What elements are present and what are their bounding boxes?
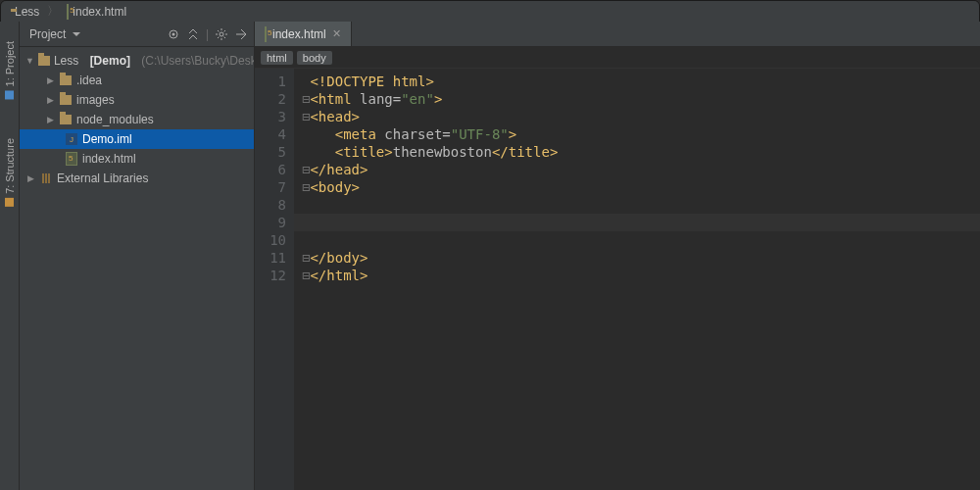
tree-item-label: node_modules xyxy=(76,113,154,126)
svg-point-1 xyxy=(172,32,174,35)
code-line[interactable] xyxy=(302,231,980,249)
collapse-all-icon[interactable] xyxy=(186,27,200,41)
chevron-down-icon[interactable] xyxy=(70,27,83,41)
close-icon[interactable]: ✕ xyxy=(332,27,341,40)
line-number: 6 xyxy=(255,161,286,178)
line-number: 11 xyxy=(255,249,286,267)
svg-point-2 xyxy=(220,32,223,36)
editor-area: index.html ✕ html body 123456789101112 <… xyxy=(255,22,980,490)
structure-tool-icon xyxy=(5,198,14,207)
crumb-body[interactable]: body xyxy=(297,51,332,65)
libraries-icon xyxy=(39,172,53,184)
code-line[interactable]: ⊟</html> xyxy=(302,267,980,284)
tree-external-libraries[interactable]: ▶ External Libraries xyxy=(20,169,254,188)
line-number: 10 xyxy=(255,231,286,249)
tree-item-idea[interactable]: ▶ .idea xyxy=(20,71,254,90)
line-number: 7 xyxy=(255,178,286,196)
expand-arrow-icon[interactable]: ▶ xyxy=(45,115,55,124)
tree-item-label: Demo.iml xyxy=(82,132,132,146)
tree-item-label: images xyxy=(76,93,115,107)
folder-icon xyxy=(59,114,73,125)
tree-root-path: (C:\Users\Bucky\Desktop\Less) xyxy=(141,54,254,68)
project-panel-header: Project | xyxy=(20,22,254,47)
tree-item-images[interactable]: ▶ images xyxy=(20,90,254,110)
tree-item-label: index.html xyxy=(82,152,136,166)
code-lines[interactable]: <!DOCTYPE html>⊟<html lang="en">⊟<head> … xyxy=(294,69,980,490)
html-file-icon xyxy=(67,5,69,19)
project-folder-icon xyxy=(38,55,50,67)
code-line[interactable] xyxy=(302,196,980,214)
tree-root[interactable]: ▼ Less [Demo] (C:\Users\Bucky\Desktop\Le… xyxy=(20,51,254,71)
html-breadcrumbs: html body xyxy=(255,47,980,69)
line-number: 5 xyxy=(255,143,286,161)
html-file-icon xyxy=(265,27,267,41)
code-editor[interactable]: 123456789101112 <!DOCTYPE html>⊟<html la… xyxy=(255,69,980,490)
crumb-html[interactable]: html xyxy=(261,51,293,65)
code-line[interactable]: ⊟</body> xyxy=(302,249,980,267)
project-tool-icon xyxy=(5,90,14,99)
line-number: 9 xyxy=(255,214,286,231)
tab-label: index.html xyxy=(272,27,326,41)
html-file-icon xyxy=(65,153,78,165)
locate-icon[interactable] xyxy=(167,27,180,41)
line-number: 4 xyxy=(255,125,286,143)
tree-item-index-html[interactable]: index.html xyxy=(20,149,254,169)
tree-item-demo-iml[interactable]: J Demo.iml xyxy=(20,129,254,149)
folder-icon xyxy=(59,94,73,106)
tree-item-label: External Libraries xyxy=(57,172,148,185)
breadcrumb-project-label: Less xyxy=(15,5,39,19)
tab-index-html[interactable]: index.html ✕ xyxy=(255,22,352,46)
project-tree[interactable]: ▼ Less [Demo] (C:\Users\Bucky\Desktop\Le… xyxy=(20,47,254,192)
iml-file-icon: J xyxy=(65,133,78,145)
navigation-breadcrumb: Less 〉 index.html xyxy=(1,1,979,23)
tree-root-label: Less xyxy=(54,54,78,68)
expand-arrow-icon[interactable]: ▶ xyxy=(45,75,55,85)
breadcrumb-file[interactable]: index.html xyxy=(61,5,132,19)
line-number: 8 xyxy=(255,196,286,214)
expand-arrow-icon[interactable]: ▶ xyxy=(45,95,55,105)
line-number: 1 xyxy=(255,73,286,90)
breadcrumb-file-label: index.html xyxy=(73,5,126,19)
caret-line-highlight xyxy=(294,214,980,231)
code-line[interactable]: ⊟<head> xyxy=(302,108,980,125)
line-number: 2 xyxy=(255,90,286,108)
expand-arrow-icon[interactable]: ▶ xyxy=(25,173,35,183)
hide-icon[interactable] xyxy=(234,27,248,41)
code-line[interactable]: <!DOCTYPE html> xyxy=(302,73,980,90)
code-line[interactable]: <meta charset="UTF-8"> xyxy=(302,125,980,143)
line-number-gutter: 123456789101112 xyxy=(255,69,294,490)
code-line[interactable]: ⊟<body> xyxy=(302,178,980,196)
breadcrumb-project[interactable]: Less xyxy=(5,5,45,19)
tool-window-stripe: 1: Project 7: Structure xyxy=(0,22,20,490)
code-line[interactable]: ⊟<html lang="en"> xyxy=(302,90,980,108)
structure-tool-button[interactable]: 7: Structure xyxy=(4,138,16,207)
tree-root-badge: [Demo] xyxy=(90,54,130,68)
project-tool-button[interactable]: 1: Project xyxy=(4,41,16,99)
project-panel-title: Project xyxy=(29,27,66,41)
breadcrumb-separator: 〉 xyxy=(45,3,61,20)
tree-item-node-modules[interactable]: ▶ node_modules xyxy=(20,110,254,129)
line-number: 3 xyxy=(255,108,286,125)
gear-icon[interactable] xyxy=(215,27,228,41)
expand-arrow-icon[interactable]: ▼ xyxy=(25,56,34,66)
code-line[interactable]: <title>thenewboston</title> xyxy=(302,143,980,161)
editor-tabs: index.html ✕ xyxy=(255,22,980,47)
project-panel: Project | xyxy=(20,22,255,490)
tree-item-label: .idea xyxy=(76,74,102,87)
code-line[interactable]: ⊟</head> xyxy=(302,161,980,178)
folder-icon xyxy=(59,74,73,86)
line-number: 12 xyxy=(255,267,286,284)
